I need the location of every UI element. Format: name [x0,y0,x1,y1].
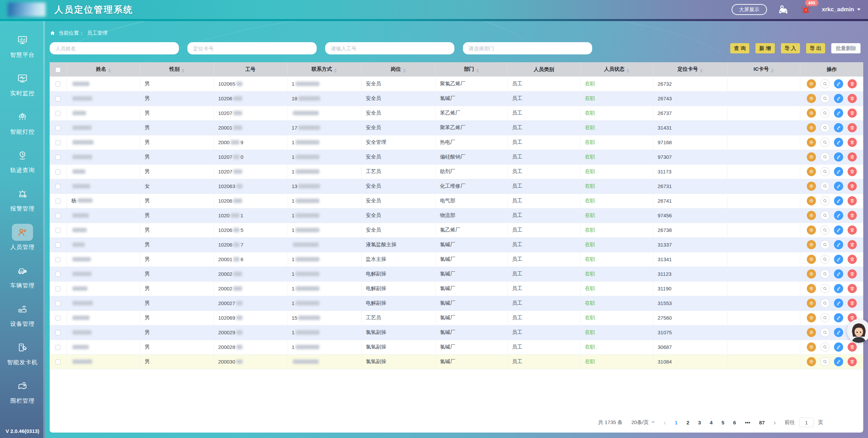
view-button[interactable] [820,313,830,322]
table-row[interactable]: 男2000271电解副操氯碱厂员工在职31553 [50,296,863,310]
column-header[interactable]: 部门 [435,62,507,77]
delete-button[interactable] [848,357,857,366]
unbind-card-button[interactable] [807,240,816,249]
edit-button[interactable] [834,123,843,132]
import-button[interactable]: 导 入 [781,43,800,53]
view-button[interactable] [820,94,830,103]
table-row[interactable]: 男1020651安全员聚氯乙烯厂员工在职26732 [50,77,863,91]
edit-button[interactable] [834,138,843,147]
select-all-checkbox[interactable] [55,67,61,72]
sidebar-item-smart-platform[interactable]: 智慧平台 [0,26,45,64]
view-button[interactable] [820,138,830,147]
prev-page-button[interactable]: ‹ [664,419,666,426]
edit-button[interactable] [834,211,843,220]
view-button[interactable] [820,167,830,176]
edit-button[interactable] [834,255,843,264]
edit-button[interactable] [834,196,843,205]
unbind-card-button[interactable] [807,284,816,293]
assistant-avatar[interactable] [847,319,868,343]
unbind-card-button[interactable] [807,79,816,88]
delete-button[interactable] [848,299,857,308]
table-row[interactable]: 男2000291氯氢副操氯碱厂员工在职31075 [50,325,863,340]
delete-button[interactable] [848,196,857,205]
row-checkbox[interactable] [55,272,61,277]
row-checkbox[interactable] [55,155,61,160]
person-name-input[interactable] [50,42,179,54]
row-checkbox[interactable] [55,257,61,262]
edit-button[interactable] [834,108,843,118]
page-number[interactable]: 87 [759,420,765,425]
edit-button[interactable] [834,313,843,322]
delete-button[interactable] [848,152,857,162]
unbind-card-button[interactable] [807,342,816,352]
sort-icon[interactable] [476,69,479,73]
row-checkbox[interactable] [55,96,61,101]
row-checkbox[interactable] [55,242,61,248]
view-button[interactable] [820,225,830,235]
table-row[interactable]: 杨男102061安全员电气部员工在职26741 [50,193,863,208]
table-row[interactable]: 男102071工艺员助剂厂员工在职31173 [50,164,863,179]
unbind-card-button[interactable] [807,94,816,103]
view-button[interactable] [820,255,830,264]
table-row[interactable]: 男200021电解副操氯碱厂员工在职31190 [50,281,863,296]
delete-button[interactable] [848,211,857,220]
sidebar-item-smart-light[interactable]: 智能灯控 [0,103,45,141]
row-checkbox[interactable] [55,111,61,116]
row-checkbox[interactable] [55,140,61,145]
sort-icon[interactable] [771,69,774,73]
sort-icon[interactable] [700,69,703,73]
delete-button[interactable] [848,94,857,103]
view-button[interactable] [820,123,830,132]
row-checkbox[interactable] [55,359,61,365]
view-button[interactable] [820,299,830,308]
unbind-card-button[interactable] [807,357,816,366]
sidebar-item-person-manage[interactable]: 人员管理 [0,218,45,256]
unbind-card-button[interactable] [807,269,816,279]
row-checkbox[interactable] [55,82,61,87]
table-row[interactable]: 男10207安全员苯乙烯厂员工在职26737 [50,106,863,120]
sidebar-item-track-query[interactable]: 轨迹查询 [0,141,45,180]
unbind-card-button[interactable] [807,182,816,191]
view-button[interactable] [820,357,830,366]
page-number[interactable]: 6 [733,420,736,425]
column-header[interactable]: 联系方式 [287,62,361,77]
search-button[interactable]: 查 询 [730,43,749,53]
table-row[interactable]: 男2000161盐水主操氯碱厂员工在职31341 [50,252,863,267]
column-header[interactable]: 岗位 [361,62,435,77]
table-row[interactable]: 男1020651安全员氯乙烯厂员工在职26738 [50,223,863,237]
delete-button[interactable] [848,240,857,249]
delete-button[interactable] [848,269,857,279]
locating-card-input[interactable] [187,42,317,54]
page-number[interactable]: 5 [721,420,724,425]
table-row[interactable]: 男10206915工艺员氯碱厂员工在职27560 [50,310,863,325]
table-row[interactable]: 男1020701安全员偏硅酸钠厂员工在职97307 [50,150,863,164]
column-header[interactable]: 人员状态 [580,62,653,77]
view-button[interactable] [820,152,830,162]
edit-button[interactable] [834,328,843,337]
table-row[interactable]: 男102067液氯盐酸主操氯碱厂员工在职31337 [50,237,863,252]
delete-button[interactable] [848,225,857,235]
sidebar-item-realtime-monitor[interactable]: 实时监控 [0,64,45,103]
column-header[interactable]: 性别 [140,62,214,77]
edit-button[interactable] [834,299,843,308]
sort-icon[interactable] [627,69,629,73]
delete-button[interactable] [848,342,857,352]
table-row[interactable]: 男200030氯氢副操氯碱厂员工在职31084 [50,354,863,369]
table-row[interactable]: 男2000281氯氢副操氯碱厂员工在职30687 [50,340,863,354]
view-button[interactable] [820,211,830,220]
sidebar-item-card-dispenser[interactable]: 智能发卡机 [0,333,45,372]
unbind-card-button[interactable] [807,313,816,322]
column-header[interactable]: 定位卡号 [653,62,727,77]
row-checkbox[interactable] [55,169,61,174]
delete-button[interactable] [848,79,857,88]
view-button[interactable] [820,182,830,191]
row-checkbox[interactable] [55,125,61,131]
delete-button[interactable] [848,138,857,147]
sort-icon[interactable] [108,69,111,73]
table-row[interactable]: 女10206313安全员化工维修厂员工在职26731 [50,179,863,193]
row-checkbox[interactable] [55,316,61,321]
goto-page-input[interactable] [799,418,814,427]
batch-delete-button[interactable]: 批量删除 [831,43,861,53]
next-page-button[interactable]: › [773,419,776,426]
column-header[interactable]: 姓名 [67,62,140,77]
